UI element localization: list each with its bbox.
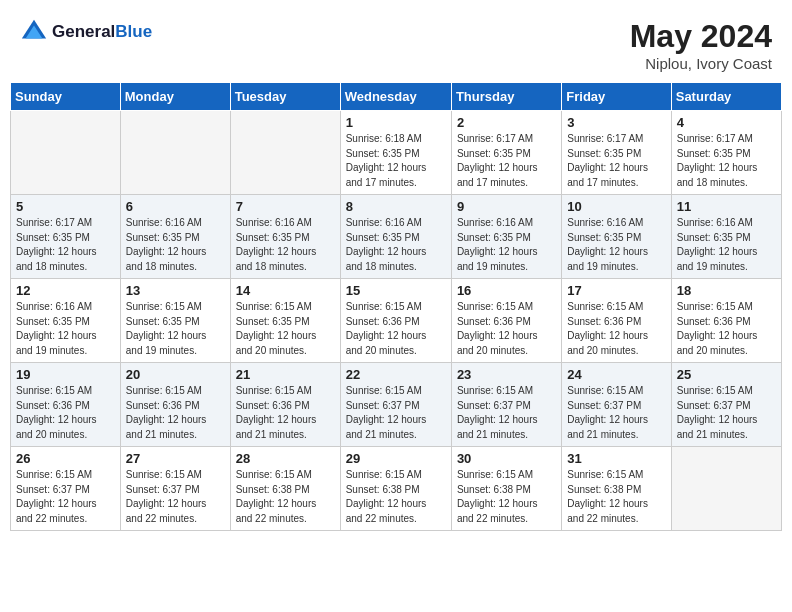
month-title: May 2024 [630, 18, 772, 55]
day-info: Sunrise: 6:15 AM Sunset: 6:35 PM Dayligh… [236, 300, 335, 358]
day-info: Sunrise: 6:18 AM Sunset: 6:35 PM Dayligh… [346, 132, 446, 190]
day-info: Sunrise: 6:15 AM Sunset: 6:37 PM Dayligh… [16, 468, 115, 526]
day-number: 26 [16, 451, 115, 466]
day-info: Sunrise: 6:15 AM Sunset: 6:37 PM Dayligh… [567, 384, 665, 442]
day-number: 28 [236, 451, 335, 466]
week-row-3: 12Sunrise: 6:16 AM Sunset: 6:35 PM Dayli… [11, 279, 782, 363]
calendar-cell: 18Sunrise: 6:15 AM Sunset: 6:36 PM Dayli… [671, 279, 781, 363]
location-title: Niplou, Ivory Coast [630, 55, 772, 72]
weekday-header-monday: Monday [120, 83, 230, 111]
day-info: Sunrise: 6:16 AM Sunset: 6:35 PM Dayligh… [567, 216, 665, 274]
day-number: 29 [346, 451, 446, 466]
day-number: 22 [346, 367, 446, 382]
logo-text: GeneralBlue [52, 23, 152, 42]
day-number: 9 [457, 199, 556, 214]
week-row-5: 26Sunrise: 6:15 AM Sunset: 6:37 PM Dayli… [11, 447, 782, 531]
calendar-cell: 28Sunrise: 6:15 AM Sunset: 6:38 PM Dayli… [230, 447, 340, 531]
day-info: Sunrise: 6:15 AM Sunset: 6:37 PM Dayligh… [457, 384, 556, 442]
weekday-header-saturday: Saturday [671, 83, 781, 111]
day-number: 10 [567, 199, 665, 214]
day-number: 20 [126, 367, 225, 382]
day-number: 17 [567, 283, 665, 298]
calendar-cell: 20Sunrise: 6:15 AM Sunset: 6:36 PM Dayli… [120, 363, 230, 447]
calendar-cell: 13Sunrise: 6:15 AM Sunset: 6:35 PM Dayli… [120, 279, 230, 363]
logo: GeneralBlue [20, 18, 152, 46]
day-info: Sunrise: 6:16 AM Sunset: 6:35 PM Dayligh… [677, 216, 776, 274]
calendar-cell: 8Sunrise: 6:16 AM Sunset: 6:35 PM Daylig… [340, 195, 451, 279]
calendar-cell: 31Sunrise: 6:15 AM Sunset: 6:38 PM Dayli… [562, 447, 671, 531]
day-info: Sunrise: 6:15 AM Sunset: 6:36 PM Dayligh… [457, 300, 556, 358]
week-row-4: 19Sunrise: 6:15 AM Sunset: 6:36 PM Dayli… [11, 363, 782, 447]
title-block: May 2024 Niplou, Ivory Coast [630, 18, 772, 72]
calendar-cell: 5Sunrise: 6:17 AM Sunset: 6:35 PM Daylig… [11, 195, 121, 279]
calendar-cell: 6Sunrise: 6:16 AM Sunset: 6:35 PM Daylig… [120, 195, 230, 279]
calendar-cell [230, 111, 340, 195]
day-info: Sunrise: 6:15 AM Sunset: 6:36 PM Dayligh… [567, 300, 665, 358]
day-number: 6 [126, 199, 225, 214]
day-info: Sunrise: 6:15 AM Sunset: 6:36 PM Dayligh… [126, 384, 225, 442]
day-number: 15 [346, 283, 446, 298]
calendar-cell [11, 111, 121, 195]
page-header: GeneralBlue May 2024 Niplou, Ivory Coast [10, 10, 782, 76]
day-number: 25 [677, 367, 776, 382]
day-number: 7 [236, 199, 335, 214]
calendar-cell: 15Sunrise: 6:15 AM Sunset: 6:36 PM Dayli… [340, 279, 451, 363]
calendar-cell: 9Sunrise: 6:16 AM Sunset: 6:35 PM Daylig… [451, 195, 561, 279]
weekday-header-tuesday: Tuesday [230, 83, 340, 111]
day-number: 3 [567, 115, 665, 130]
calendar-cell: 21Sunrise: 6:15 AM Sunset: 6:36 PM Dayli… [230, 363, 340, 447]
day-info: Sunrise: 6:17 AM Sunset: 6:35 PM Dayligh… [567, 132, 665, 190]
day-number: 30 [457, 451, 556, 466]
day-number: 19 [16, 367, 115, 382]
weekday-header-row: SundayMondayTuesdayWednesdayThursdayFrid… [11, 83, 782, 111]
day-info: Sunrise: 6:16 AM Sunset: 6:35 PM Dayligh… [346, 216, 446, 274]
day-info: Sunrise: 6:15 AM Sunset: 6:36 PM Dayligh… [16, 384, 115, 442]
calendar-cell: 14Sunrise: 6:15 AM Sunset: 6:35 PM Dayli… [230, 279, 340, 363]
calendar-cell: 11Sunrise: 6:16 AM Sunset: 6:35 PM Dayli… [671, 195, 781, 279]
weekday-header-friday: Friday [562, 83, 671, 111]
day-number: 5 [16, 199, 115, 214]
day-info: Sunrise: 6:15 AM Sunset: 6:37 PM Dayligh… [346, 384, 446, 442]
calendar-cell: 3Sunrise: 6:17 AM Sunset: 6:35 PM Daylig… [562, 111, 671, 195]
day-info: Sunrise: 6:15 AM Sunset: 6:36 PM Dayligh… [236, 384, 335, 442]
calendar-cell: 17Sunrise: 6:15 AM Sunset: 6:36 PM Dayli… [562, 279, 671, 363]
day-number: 12 [16, 283, 115, 298]
day-number: 24 [567, 367, 665, 382]
weekday-header-thursday: Thursday [451, 83, 561, 111]
week-row-1: 1Sunrise: 6:18 AM Sunset: 6:35 PM Daylig… [11, 111, 782, 195]
day-info: Sunrise: 6:15 AM Sunset: 6:38 PM Dayligh… [236, 468, 335, 526]
day-number: 27 [126, 451, 225, 466]
day-number: 16 [457, 283, 556, 298]
day-info: Sunrise: 6:15 AM Sunset: 6:35 PM Dayligh… [126, 300, 225, 358]
calendar-cell: 23Sunrise: 6:15 AM Sunset: 6:37 PM Dayli… [451, 363, 561, 447]
day-info: Sunrise: 6:15 AM Sunset: 6:38 PM Dayligh… [346, 468, 446, 526]
day-info: Sunrise: 6:16 AM Sunset: 6:35 PM Dayligh… [126, 216, 225, 274]
calendar-cell: 19Sunrise: 6:15 AM Sunset: 6:36 PM Dayli… [11, 363, 121, 447]
day-number: 18 [677, 283, 776, 298]
calendar-cell: 12Sunrise: 6:16 AM Sunset: 6:35 PM Dayli… [11, 279, 121, 363]
day-info: Sunrise: 6:15 AM Sunset: 6:36 PM Dayligh… [346, 300, 446, 358]
calendar-cell [671, 447, 781, 531]
calendar-cell: 24Sunrise: 6:15 AM Sunset: 6:37 PM Dayli… [562, 363, 671, 447]
calendar-cell: 25Sunrise: 6:15 AM Sunset: 6:37 PM Dayli… [671, 363, 781, 447]
calendar-cell: 29Sunrise: 6:15 AM Sunset: 6:38 PM Dayli… [340, 447, 451, 531]
day-number: 13 [126, 283, 225, 298]
day-info: Sunrise: 6:17 AM Sunset: 6:35 PM Dayligh… [457, 132, 556, 190]
day-info: Sunrise: 6:17 AM Sunset: 6:35 PM Dayligh… [16, 216, 115, 274]
calendar-table: SundayMondayTuesdayWednesdayThursdayFrid… [10, 82, 782, 531]
day-info: Sunrise: 6:16 AM Sunset: 6:35 PM Dayligh… [16, 300, 115, 358]
day-number: 11 [677, 199, 776, 214]
day-number: 4 [677, 115, 776, 130]
calendar-cell: 4Sunrise: 6:17 AM Sunset: 6:35 PM Daylig… [671, 111, 781, 195]
day-info: Sunrise: 6:17 AM Sunset: 6:35 PM Dayligh… [677, 132, 776, 190]
day-number: 21 [236, 367, 335, 382]
weekday-header-sunday: Sunday [11, 83, 121, 111]
day-info: Sunrise: 6:15 AM Sunset: 6:37 PM Dayligh… [677, 384, 776, 442]
calendar-cell [120, 111, 230, 195]
day-info: Sunrise: 6:15 AM Sunset: 6:36 PM Dayligh… [677, 300, 776, 358]
day-number: 1 [346, 115, 446, 130]
day-number: 8 [346, 199, 446, 214]
day-info: Sunrise: 6:15 AM Sunset: 6:37 PM Dayligh… [126, 468, 225, 526]
day-number: 31 [567, 451, 665, 466]
day-number: 2 [457, 115, 556, 130]
